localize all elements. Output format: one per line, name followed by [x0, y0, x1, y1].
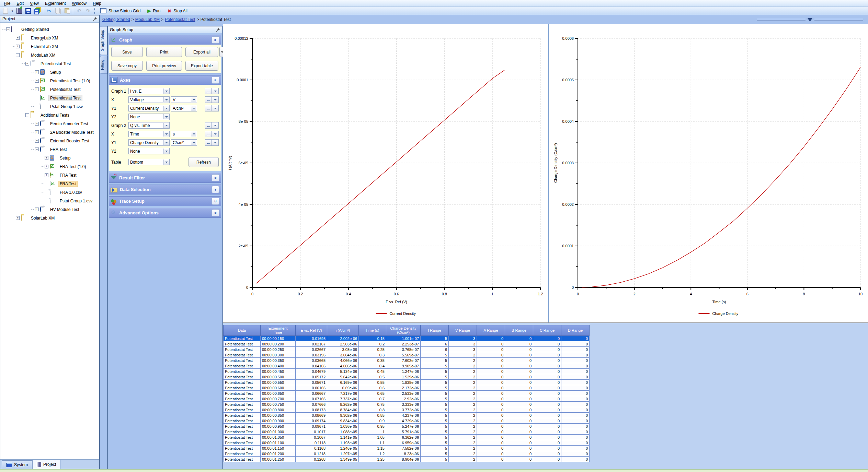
table-row[interactable]: Potentiostat Test00:00:00.8000.081738.78…	[224, 407, 590, 413]
tree-item[interactable]: +Femto Ammeter Test	[0, 119, 99, 128]
tree-expander[interactable]: +	[16, 36, 20, 40]
tree-expander[interactable]: +	[16, 216, 20, 220]
table-row[interactable]: Potentiostat Test00:00:00.9000.091749.83…	[224, 418, 590, 424]
chart-splitter-handle[interactable]	[757, 18, 863, 21]
axes-options-dropdown[interactable]	[212, 131, 219, 137]
table-row[interactable]: Potentiostat Test00:00:00.9500.096711.03…	[224, 424, 590, 429]
table-row[interactable]: Potentiostat Test00:00:00.4500.046795.13…	[224, 369, 590, 374]
tree-item[interactable]: Pstat Group 1.csv	[0, 102, 99, 111]
tree-expander[interactable]: −	[35, 148, 39, 151]
table-row[interactable]: Potentiostat Test00:00:00.7500.076668.26…	[224, 402, 590, 407]
column-header-b-range[interactable]: B Range	[505, 325, 533, 336]
axes-options-dropdown[interactable]	[212, 139, 219, 146]
table-row[interactable]: Potentiostat Test00:00:00.8500.086699.30…	[224, 413, 590, 418]
tree-expander[interactable]: +	[45, 165, 48, 168]
tree-item[interactable]: −Getting Started	[0, 25, 99, 34]
axes-options-dropdown[interactable]	[212, 105, 219, 111]
save-all-button[interactable]	[33, 7, 41, 15]
tree-item[interactable]: +SolarLab XM	[0, 214, 99, 222]
show-status-grid-button[interactable]: Show Status Grid	[97, 8, 144, 14]
axes-select-7[interactable]: None	[128, 148, 170, 154]
print-preview-button[interactable]: Print preview	[146, 61, 182, 71]
axes-select-2[interactable]: Current Density	[128, 105, 170, 111]
column-header-v-range[interactable]: V Range	[449, 325, 477, 336]
table-row[interactable]: Potentiostat Test00:00:01.2000.12181.297…	[224, 451, 590, 457]
breadcrumb-link-modulab-xm[interactable]: ModuLab XM	[135, 17, 160, 22]
tree-expander[interactable]: +	[35, 122, 39, 126]
tree-expander[interactable]: +	[35, 130, 39, 134]
data-selection-section-header[interactable]: Data Selection«	[109, 185, 221, 194]
tree-item[interactable]: −Potentiostat Test	[0, 59, 99, 68]
collapse-button[interactable]: «	[212, 36, 219, 44]
column-header-charge-density[interactable]: Charge Density(C/cm²)	[386, 325, 421, 336]
table-row[interactable]: Potentiostat Test00:00:01.1000.11181.193…	[224, 440, 590, 446]
trace-setup-section-header[interactable]: Trace Setup«	[109, 197, 221, 206]
table-row[interactable]: Potentiostat Test00:00:01.1500.11681.246…	[224, 446, 590, 451]
table-row[interactable]: Potentiostat Test00:00:01.0000.10171.088…	[224, 429, 590, 435]
tree-expander[interactable]: +	[35, 70, 39, 74]
column-header-i-range[interactable]: I Range	[421, 325, 449, 336]
result-filter-section-header[interactable]: Result Filter«	[109, 173, 221, 182]
column-header-experiment[interactable]: ExperimentTime	[261, 325, 296, 336]
tree-item[interactable]: FRA Test	[0, 179, 99, 188]
tree-expander[interactable]: +	[16, 45, 20, 48]
paste-button[interactable]	[63, 7, 71, 15]
collapse-button[interactable]: «	[212, 76, 219, 84]
breadcrumb-link-potentiostat-test[interactable]: Potentiostat Test	[165, 17, 195, 22]
tree-item[interactable]: Pstat Group 1.csv	[0, 197, 99, 205]
breadcrumb-link-getting-started[interactable]: Getting Started	[102, 17, 130, 22]
tree-expander[interactable]: +	[45, 173, 48, 177]
menu-file[interactable]: File	[1, 0, 13, 7]
tree-expander[interactable]: +	[45, 156, 48, 160]
export-table-button[interactable]: Export table	[185, 61, 218, 71]
table-position-select[interactable]: Bottom	[128, 159, 170, 165]
print-button[interactable]: Print	[146, 47, 182, 57]
column-header-time-s-[interactable]: Time (s)	[359, 325, 386, 336]
advanced-options-section-header[interactable]: Advanced Options«	[109, 208, 221, 217]
table-row[interactable]: Potentiostat Test00:00:00.2500.026673.03…	[224, 347, 590, 352]
tree-item[interactable]: +⚙Setup	[0, 68, 99, 76]
undo-button[interactable]: ↶	[75, 7, 83, 15]
tab-graph-setup[interactable]: Graph Setup	[100, 26, 107, 55]
redo-button[interactable]: ↷	[84, 7, 92, 15]
menu-experiment[interactable]: Experiment	[42, 0, 69, 7]
axes-options-button[interactable]: ...	[205, 88, 212, 94]
table-row[interactable]: Potentiostat Test00:00:00.5000.051725.64…	[224, 374, 590, 380]
tree-item[interactable]: +2A Booster Module Test	[0, 128, 99, 137]
tree-item[interactable]: +External Booster Test	[0, 137, 99, 145]
tree-expander[interactable]: −	[25, 62, 29, 66]
tree-expander[interactable]: +	[35, 87, 39, 91]
tree-item[interactable]: +Potentiostat Test (1.0)	[0, 76, 99, 85]
table-row[interactable]: Potentiostat Test00:00:00.3000.031963.60…	[224, 352, 590, 358]
new-dropdown-button[interactable]: ▾	[10, 7, 14, 15]
new-button[interactable]	[1, 7, 10, 15]
tree-item[interactable]: +EchemLab XM	[0, 42, 99, 51]
axes-options-dropdown[interactable]	[212, 88, 219, 94]
save-button[interactable]	[24, 7, 32, 15]
table-row[interactable]: Potentiostat Test00:00:00.5500.056716.16…	[224, 380, 590, 385]
tab-fitting[interactable]: Fitting	[100, 56, 107, 74]
tree-expander[interactable]: −	[25, 113, 29, 117]
table-row[interactable]: Potentiostat Test00:00:01.2500.12681.349…	[224, 457, 590, 462]
axes-select-6[interactable]: Charge Density	[128, 139, 170, 146]
tree-expander[interactable]: +	[35, 208, 39, 211]
table-row[interactable]: Potentiostat Test00:00:00.2000.021672.50…	[224, 341, 590, 347]
axes-options-button[interactable]: ...	[205, 105, 212, 111]
axes-unit-select-2[interactable]: A/cm²	[171, 105, 197, 111]
table-row[interactable]: Potentiostat Test00:00:00.3500.036654.06…	[224, 358, 590, 363]
results-table[interactable]: DataExperimentTimeE vs. Ref (V)i (A/cm²)…	[223, 325, 590, 462]
axes-select-3[interactable]: None	[128, 114, 170, 120]
tree-item[interactable]: Potentiostat Test	[0, 94, 99, 102]
tree-item[interactable]: +⚙Setup	[0, 154, 99, 162]
axes-select-4[interactable]: Q vs. Time	[128, 122, 170, 129]
chart-charge-density[interactable]: 024681000.00010.00020.00030.00040.00050.…	[549, 24, 868, 322]
open-project-button[interactable]	[15, 7, 23, 15]
axes-section-header[interactable]: Axes «	[109, 75, 221, 85]
tree-item[interactable]: +Potentiostat Test	[0, 85, 99, 94]
expand-button[interactable]: «	[212, 209, 219, 216]
column-header-data[interactable]: Data	[224, 325, 261, 336]
tree-expander[interactable]: −	[6, 27, 10, 31]
refresh-button[interactable]: Refresh	[189, 157, 219, 167]
save-graph-button[interactable]: Save	[111, 47, 143, 57]
axes-select-5[interactable]: Time	[128, 131, 170, 137]
